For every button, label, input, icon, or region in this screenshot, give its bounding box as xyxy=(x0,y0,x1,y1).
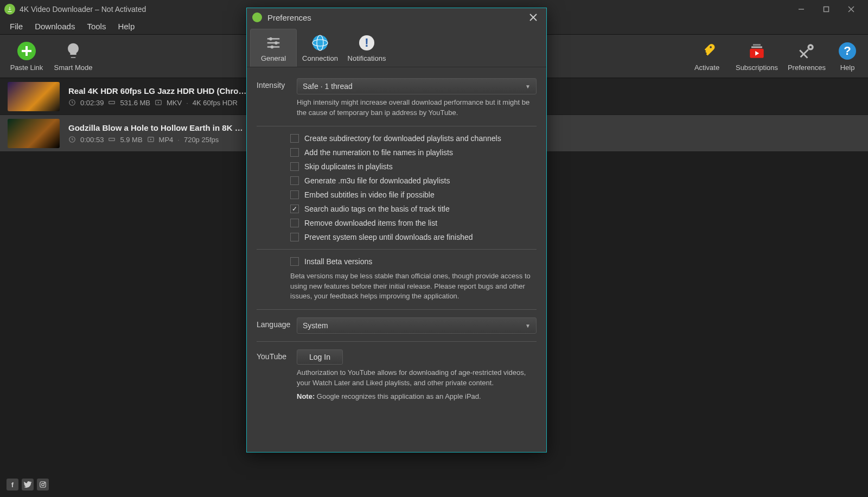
intensity-hint: High intensity might increase overall do… xyxy=(297,98,537,118)
dialog-body: Intensity Safe · 1 thread ▼ High intensi… xyxy=(247,67,546,452)
subscriptions-label: Subscriptions xyxy=(736,63,778,72)
tab-general[interactable]: General xyxy=(250,29,297,67)
checkbox-tags[interactable]: ✓Search audio tags on the basis of track… xyxy=(290,205,537,213)
app-logo-icon xyxy=(252,12,262,22)
play-icon xyxy=(147,136,155,143)
item-duration: 0:00:53 xyxy=(80,136,104,144)
intensity-label: Intensity xyxy=(257,78,290,90)
dialog-title: Preferences xyxy=(267,13,311,22)
smart-mode-button[interactable]: Smart Mode xyxy=(50,35,97,78)
tab-connection-label: Connection xyxy=(302,54,338,62)
storage-icon xyxy=(108,136,116,143)
checkbox-label: Search audio tags on the basis of track … xyxy=(304,205,450,213)
minimize-button[interactable] xyxy=(789,0,814,18)
checkbox-skipdup[interactable]: Skip duplicates in playlists xyxy=(290,162,537,171)
checkbox-label: Skip duplicates in playlists xyxy=(304,162,393,171)
tab-notifications[interactable]: ! Notifications xyxy=(343,29,390,67)
tools-icon xyxy=(796,41,817,61)
divider xyxy=(257,309,537,310)
menu-downloads[interactable]: Downloads xyxy=(29,20,80,33)
svg-point-29 xyxy=(312,35,328,50)
preferences-button[interactable]: Preferences xyxy=(783,35,830,78)
thumbnail xyxy=(8,82,60,111)
item-format: MP4 xyxy=(159,136,174,144)
checkbox-label: Add the numeration to file names in play… xyxy=(304,148,453,157)
help-button[interactable]: ? Help xyxy=(830,35,865,78)
language-select[interactable]: System ▼ xyxy=(297,317,537,334)
checkbox-subdir[interactable]: Create subdirectory for downloaded playl… xyxy=(290,134,537,143)
preferences-label: Preferences xyxy=(788,63,826,72)
svg-point-36 xyxy=(44,482,45,483)
item-size: 5.9 MB xyxy=(120,136,142,144)
beta-hint: Beta versions may be less stable than of… xyxy=(290,271,537,302)
item-size: 531.6 MB xyxy=(120,99,150,107)
svg-rect-1 xyxy=(824,7,829,12)
checkbox-box xyxy=(290,257,299,266)
youtube-hint: Authorization to YouTube allows for down… xyxy=(297,368,537,388)
thumbnail xyxy=(8,119,60,148)
menu-file[interactable]: File xyxy=(4,20,28,33)
subscriptions-icon xyxy=(746,41,767,61)
globe-icon xyxy=(311,34,329,52)
tab-general-label: General xyxy=(261,54,286,62)
item-title: Real 4K HDR 60fps LG Jazz HDR UHD (Chrom… xyxy=(68,86,247,95)
menu-tools[interactable]: Tools xyxy=(81,20,111,33)
checkbox-sleep[interactable]: Prevent system sleep until downloads are… xyxy=(290,233,537,241)
app-logo-icon xyxy=(4,4,15,15)
checkbox-label: Install Beta versions xyxy=(304,257,372,266)
checkbox-box: ✓ xyxy=(290,205,299,213)
checkbox-label: Prevent system sleep until downloads are… xyxy=(304,233,473,241)
divider xyxy=(257,126,537,126)
clock-icon xyxy=(68,99,76,106)
checkbox-box xyxy=(290,219,299,227)
checkbox-box xyxy=(290,176,299,185)
divider xyxy=(257,341,537,342)
menu-help[interactable]: Help xyxy=(112,20,140,33)
checkbox-beta[interactable]: Install Beta versions xyxy=(290,257,537,266)
close-button[interactable] xyxy=(839,0,864,18)
svg-text:!: ! xyxy=(365,36,368,49)
facebook-icon[interactable]: f xyxy=(7,479,18,490)
help-label: Help xyxy=(840,63,855,72)
svg-point-27 xyxy=(275,41,278,44)
checkbox-label: Generate .m3u file for downloaded playli… xyxy=(304,176,450,185)
activate-label: Activate xyxy=(694,63,719,72)
checkbox-m3u[interactable]: Generate .m3u file for downloaded playli… xyxy=(290,176,537,185)
svg-text:?: ? xyxy=(844,44,851,58)
checkbox-subs[interactable]: Embed subtitles in video file if possibl… xyxy=(290,190,537,199)
storage-icon xyxy=(108,99,116,106)
checkbox-box xyxy=(290,148,299,157)
activate-button[interactable]: Activate xyxy=(684,35,730,78)
svg-rect-16 xyxy=(109,101,115,104)
item-title: Godzilla Blow a Hole to Hollow Earth in … xyxy=(68,123,247,132)
checkbox-box xyxy=(290,162,299,171)
dialog-close-button[interactable] xyxy=(526,10,541,25)
svg-point-28 xyxy=(271,45,274,48)
intensity-select[interactable]: Safe · 1 thread ▼ xyxy=(297,78,537,94)
maximize-button[interactable] xyxy=(814,0,839,18)
svg-point-12 xyxy=(809,46,812,48)
social-links: f xyxy=(7,479,49,490)
svg-rect-9 xyxy=(751,47,762,48)
twitter-icon[interactable] xyxy=(22,479,34,490)
checkbox-remove[interactable]: Remove downloaded items from the list xyxy=(290,219,537,227)
paste-link-button[interactable]: Paste Link xyxy=(3,35,50,78)
tab-connection[interactable]: Connection xyxy=(297,29,343,67)
svg-point-7 xyxy=(710,46,712,48)
bulb-icon xyxy=(63,41,84,61)
checkbox-label: Create subdirectory for downloaded playl… xyxy=(304,134,501,143)
checkbox-number[interactable]: Add the numeration to file names in play… xyxy=(290,148,537,157)
svg-rect-10 xyxy=(753,44,761,46)
play-icon xyxy=(155,99,162,106)
checkbox-box xyxy=(290,134,299,143)
dialog-titlebar: Preferences xyxy=(247,8,546,27)
language-value: System xyxy=(303,321,328,330)
youtube-login-button[interactable]: Log In xyxy=(297,349,343,365)
instagram-icon[interactable] xyxy=(37,479,49,490)
youtube-label: YouTube xyxy=(257,349,290,361)
checkbox-box xyxy=(290,190,299,199)
subscriptions-button[interactable]: Subscriptions xyxy=(730,35,783,78)
preferences-dialog: Preferences General Connection ! Notific… xyxy=(246,8,547,453)
smart-mode-label: Smart Mode xyxy=(54,63,93,72)
key-icon xyxy=(697,41,717,61)
